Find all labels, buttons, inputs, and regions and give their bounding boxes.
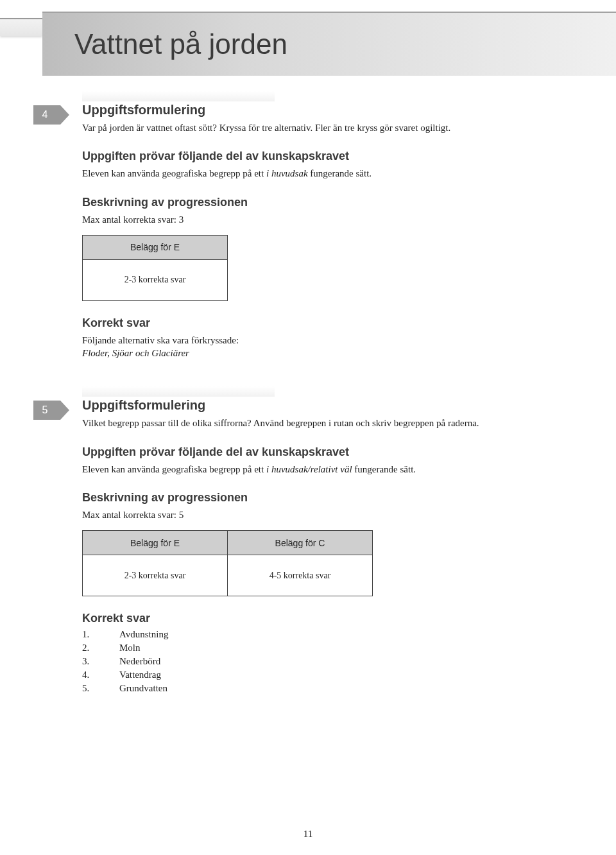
kravet-heading: Uppgiften prövar följande del av kunskap…	[82, 150, 578, 163]
kravet-text-post: fungerande sätt.	[352, 464, 416, 474]
progress-heading: Beskrivning av progressionen	[82, 491, 578, 505]
page-header: Vattnet på jorden	[42, 12, 616, 76]
list-item: 2. Moln	[82, 643, 578, 653]
table-row: Belägg för E Belägg för C	[83, 531, 373, 555]
correct-heading: Korrekt svar	[82, 612, 578, 625]
correct-heading: Korrekt svar	[82, 316, 578, 330]
progression-col-header: Belägg för E	[83, 235, 228, 259]
kravet-text-em: i huvudsak/relativt väl	[266, 464, 352, 474]
correct-answers-inline: Floder, Sjöar och Glaciärer	[82, 347, 578, 359]
formulation-heading: Uppgiftsformulering	[82, 398, 578, 413]
answer-value: Vattendrag	[119, 669, 161, 680]
list-item: 5. Grundvatten	[82, 683, 578, 694]
progression-col-cell: 4-5 korrekta svar	[228, 555, 373, 596]
progression-col-header: Belägg för E	[83, 531, 228, 555]
page: Vattnet på jorden 4 Uppgiftsformulering …	[0, 0, 616, 855]
task-number-badge: 5	[33, 401, 60, 420]
side-tab	[0, 18, 42, 36]
table-row: 2-3 korrekta svar 4-5 korrekta svar	[83, 555, 373, 596]
answer-value: Nederbörd	[119, 656, 160, 667]
task-number-badge: 4	[33, 105, 60, 125]
kravet-text-pre: Eleven kan använda geografiska begrepp p…	[82, 168, 266, 178]
list-item: 3. Nederbörd	[82, 656, 578, 667]
progression-col-header: Belägg för C	[228, 531, 373, 555]
kravet-text-em: i huvudsak	[266, 168, 308, 178]
answers-list: 1. Avdunstning 2. Moln 3. Nederbörd 4. V…	[82, 629, 578, 694]
kravet-heading: Uppgiften prövar följande del av kunskap…	[82, 445, 578, 459]
table-row: Belägg för E	[83, 235, 228, 259]
page-title: Vattnet på jorden	[74, 28, 287, 60]
section-top-fade	[82, 386, 275, 397]
kravet-text-post: fungerande sätt.	[308, 168, 372, 178]
task-block-5: 5 Uppgiftsformulering Vilket begrepp pas…	[0, 398, 578, 694]
progress-sub: Max antal korrekta svar: 5	[82, 508, 578, 521]
progression-col-cell: 2-3 korrekta svar	[83, 259, 228, 300]
formulation-body: Var på jorden är vattnet oftast sött? Kr…	[82, 121, 578, 134]
answer-value: Avdunstning	[119, 629, 168, 640]
answer-value: Grundvatten	[119, 683, 167, 694]
formulation-body: Vilket begrepp passar till de olika siff…	[82, 417, 578, 429]
answer-value: Moln	[119, 643, 141, 653]
list-item: 1. Avdunstning	[82, 629, 578, 640]
formulation-heading: Uppgiftsformulering	[82, 103, 578, 117]
answer-number: 2.	[82, 643, 94, 653]
content-area: 4 Uppgiftsformulering Var på jorden är v…	[0, 103, 616, 732]
progression-table: Belägg för E Belägg för C 2-3 korrekta s…	[82, 530, 373, 596]
answer-number: 1.	[82, 629, 94, 640]
progression-col-cell: 2-3 korrekta svar	[83, 555, 228, 596]
answer-number: 3.	[82, 656, 94, 667]
table-row: 2-3 korrekta svar	[83, 259, 228, 300]
answer-number: 4.	[82, 669, 94, 680]
list-item: 4. Vattendrag	[82, 669, 578, 680]
kravet-body: Eleven kan använda geografiska begrepp p…	[82, 463, 578, 476]
progress-heading: Beskrivning av progressionen	[82, 196, 578, 209]
section-top-fade	[82, 91, 275, 101]
page-number: 11	[0, 829, 616, 840]
correct-body: Följande alternativ ska vara förkryssade…	[82, 334, 578, 347]
correct-answers-em: Floder, Sjöar och Glaciärer	[82, 348, 189, 358]
kravet-text-pre: Eleven kan använda geografiska begrepp p…	[82, 464, 266, 474]
kravet-body: Eleven kan använda geografiska begrepp p…	[82, 167, 578, 180]
answer-number: 5.	[82, 683, 94, 694]
progress-sub: Max antal korrekta svar: 3	[82, 213, 578, 226]
progression-table: Belägg för E 2-3 korrekta svar	[82, 235, 228, 301]
task-block-4: 4 Uppgiftsformulering Var på jorden är v…	[0, 103, 578, 359]
